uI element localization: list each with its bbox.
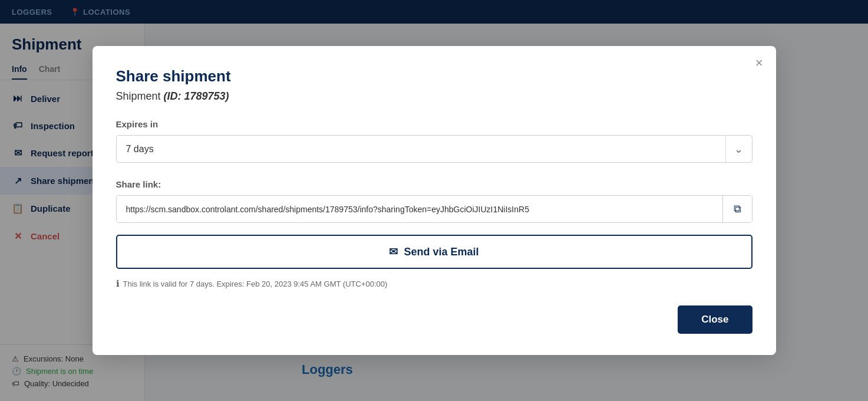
modal-footer: Close bbox=[116, 305, 753, 334]
modal-shipment-id: (ID: 1789753) bbox=[164, 90, 229, 102]
send-email-label: Send via Email bbox=[404, 246, 478, 258]
expires-select-wrapper: 1 day 3 days 7 days 14 days 30 days ⌄ bbox=[116, 135, 753, 163]
validity-text: This link is valid for 7 days. Expires: … bbox=[123, 280, 388, 288]
send-email-button[interactable]: ✉ Send via Email bbox=[116, 235, 753, 269]
info-icon: ℹ bbox=[116, 278, 120, 289]
share-link-input[interactable] bbox=[117, 196, 722, 222]
close-button[interactable]: Close bbox=[678, 305, 752, 334]
modal-title: Share shipment bbox=[116, 67, 753, 86]
share-link-row: ⧉ bbox=[116, 195, 753, 223]
modal-close-button[interactable]: × bbox=[755, 57, 763, 70]
expires-label: Expires in bbox=[116, 119, 753, 129]
share-link-label: Share link: bbox=[116, 179, 753, 189]
modal-subtitle-text: Shipment bbox=[116, 90, 164, 102]
copy-icon: ⧉ bbox=[734, 203, 741, 215]
copy-link-button[interactable]: ⧉ bbox=[722, 196, 752, 222]
email-icon: ✉ bbox=[389, 245, 398, 258]
share-shipment-modal: × Share shipment Shipment (ID: 1789753) … bbox=[93, 46, 776, 355]
modal-overlay: × Share shipment Shipment (ID: 1789753) … bbox=[0, 0, 868, 401]
expires-select[interactable]: 1 day 3 days 7 days 14 days 30 days bbox=[116, 135, 753, 163]
modal-subtitle: Shipment (ID: 1789753) bbox=[116, 90, 753, 103]
validity-note: ℹ This link is valid for 7 days. Expires… bbox=[116, 278, 753, 289]
